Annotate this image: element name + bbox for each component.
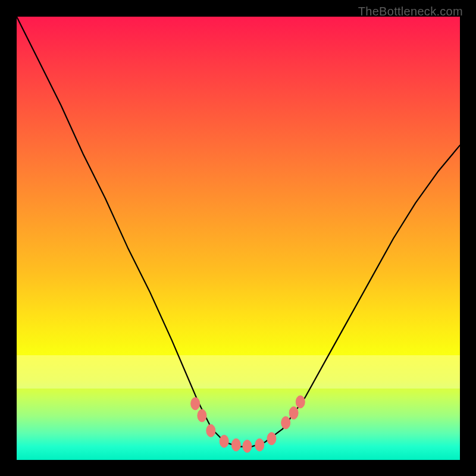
curve-marker bbox=[220, 435, 228, 447]
curve-marker bbox=[206, 424, 215, 437]
curve-marker bbox=[296, 396, 305, 408]
curve-marker bbox=[281, 416, 290, 429]
curve-marker bbox=[267, 433, 276, 445]
curve-marker bbox=[198, 409, 206, 422]
curve-marker bbox=[243, 440, 252, 452]
marker-group bbox=[191, 396, 305, 453]
watermark-text: TheBottleneck.com bbox=[358, 5, 463, 18]
curve-marker bbox=[191, 397, 200, 410]
chart-stage: TheBottleneck.com bbox=[0, 0, 476, 476]
curve-marker bbox=[231, 439, 240, 451]
bottleneck-curve-path bbox=[17, 17, 460, 447]
curve-marker bbox=[289, 407, 298, 419]
bottleneck-curve-svg bbox=[17, 17, 460, 460]
curve-marker bbox=[255, 439, 264, 451]
chart-plot-area bbox=[17, 17, 460, 460]
